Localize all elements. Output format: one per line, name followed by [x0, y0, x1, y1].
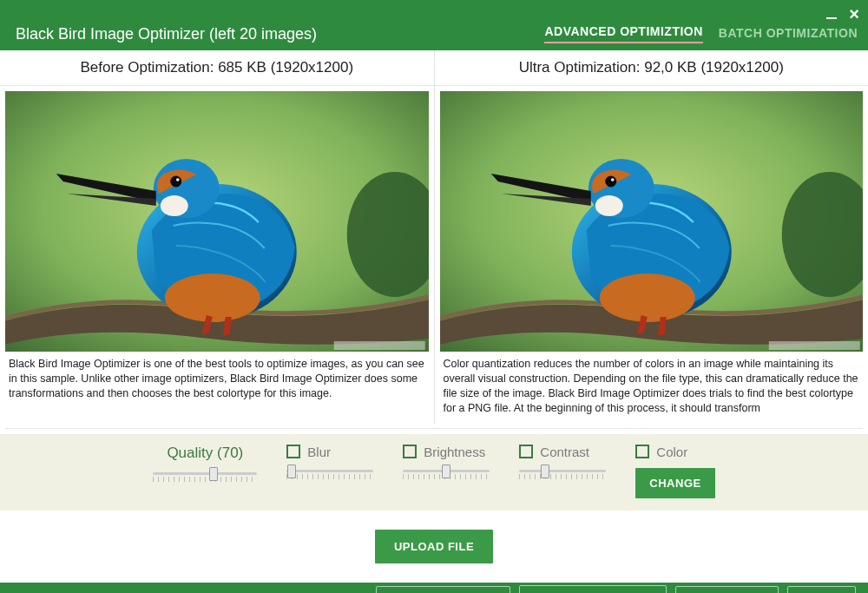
color-label: Color [656, 445, 687, 459]
quality-control: Quality (70) [153, 445, 257, 484]
changelog-button[interactable]: CHANGELOG [675, 586, 779, 593]
window-tabs: ADVANCED OPTIMIZTION BATCH OPTIMIZATION [544, 24, 858, 43]
color-checkbox[interactable] [635, 445, 649, 458]
controls-bar: Quality (70) Blur Brightness Contrast [0, 434, 868, 511]
upload-file-button[interactable]: UPLOAD FILE [375, 530, 493, 563]
divider [5, 428, 863, 429]
brightness-label: Brightness [424, 445, 485, 459]
contrast-checkbox[interactable] [519, 445, 533, 458]
upload-row: UPLOAD FILE [0, 511, 868, 583]
brightness-slider[interactable] [403, 465, 490, 482]
before-description: Black Bird Image Optimizer is one of the… [5, 352, 429, 410]
svg-rect-17 [768, 341, 859, 350]
minimize-button[interactable] [826, 6, 837, 22]
svg-point-6 [170, 176, 181, 188]
svg-point-7 [176, 178, 180, 181]
svg-point-15 [605, 176, 616, 188]
blur-checkbox[interactable] [286, 445, 300, 458]
upgrade-to-pro-button[interactable]: UPGRADE TO PRO [376, 586, 510, 593]
footer: UPGRADE TO PRO KEY ACTIVATION CHANGELOG … [0, 583, 868, 594]
quality-slider[interactable] [153, 467, 257, 484]
quality-label: Quality (70) [167, 445, 243, 462]
svg-point-5 [161, 195, 188, 216]
after-panel: Ultra Optimization: 92,0 KB (1920x1200) [435, 50, 869, 425]
svg-point-16 [610, 178, 614, 181]
after-image [440, 91, 864, 352]
close-button[interactable]: × [849, 5, 859, 23]
tab-advanced-optimization[interactable]: ADVANCED OPTIMIZTION [544, 24, 702, 43]
titlebar: Black Bird Image Optimizer (left 20 imag… [0, 0, 868, 50]
contrast-slider[interactable] [519, 465, 606, 482]
blur-slider[interactable] [286, 465, 373, 482]
window-title: Black Bird Image Optimizer (left 20 imag… [16, 25, 317, 43]
contrast-control: Contrast [519, 445, 606, 482]
tab-batch-optimization[interactable]: BATCH OPTIMIZATION [719, 26, 858, 43]
brightness-checkbox[interactable] [403, 445, 417, 458]
about-button[interactable]: ABOUT [787, 586, 856, 593]
comparison-row: Before Optimization: 685 KB (1920x1200) [0, 50, 868, 425]
key-activation-button[interactable]: KEY ACTIVATION [519, 585, 667, 594]
after-title: Ultra Optimization: 92,0 KB (1920x1200) [435, 50, 869, 86]
blur-control: Blur [286, 445, 373, 482]
before-panel: Before Optimization: 685 KB (1920x1200) [0, 50, 435, 425]
svg-point-14 [595, 195, 622, 216]
brightness-control: Brightness [403, 445, 490, 482]
change-button[interactable]: CHANGE [635, 468, 714, 498]
contrast-label: Contrast [540, 445, 589, 459]
svg-rect-8 [334, 341, 425, 350]
svg-point-12 [599, 273, 694, 322]
window-controls: × [826, 5, 859, 23]
blur-label: Blur [307, 445, 331, 459]
before-image [5, 91, 429, 352]
after-description: Color quantization reduces the number of… [440, 352, 864, 425]
before-title: Before Optimization: 685 KB (1920x1200) [0, 50, 434, 86]
svg-point-3 [165, 273, 260, 322]
color-change-group: Color CHANGE [635, 445, 714, 498]
